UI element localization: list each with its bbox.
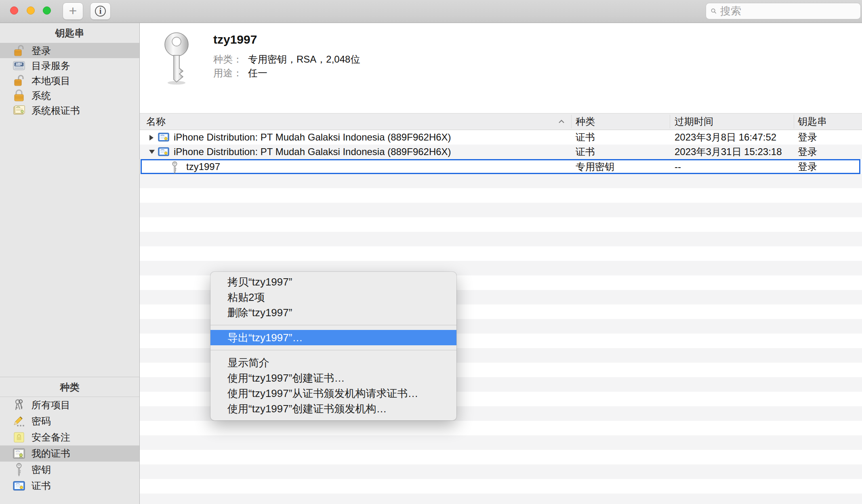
row-name: tzy1997 (186, 160, 220, 173)
content-area: tzy1997 种类： 专用密钥，RSA，2,048位 用途： 任一 名称 种类… (140, 23, 862, 504)
zoom-window-button[interactable] (43, 6, 51, 15)
my-certificate-icon (12, 447, 26, 460)
sidebar-item-label: 系统根证书 (32, 104, 80, 117)
table-row-private-key-selected[interactable]: tzy1997 专用密钥 -- 登录 (141, 159, 860, 174)
sidebar-item-label: 所有项目 (32, 399, 70, 412)
table-row-certificate-1[interactable]: iPhone Distribution: PT Mudah Galaksi In… (140, 130, 862, 145)
directory-services-icon (12, 59, 26, 73)
sidebar-item-label: 目录服务 (32, 59, 70, 72)
lock-open-icon (12, 44, 26, 58)
sidebar-item-directory-services[interactable]: 目录服务 (0, 58, 139, 73)
key-icon (12, 463, 26, 477)
private-key-icon (163, 32, 191, 85)
item-title: tzy1997 (213, 33, 257, 46)
sidebar-item-label: 证书 (32, 479, 51, 492)
certificate-icon (12, 479, 26, 493)
lock-open-icon (12, 74, 26, 88)
sidebar-item-passwords[interactable]: 密码 (0, 413, 139, 429)
table-body: iPhone Distribution: PT Mudah Galaksi In… (140, 130, 862, 504)
sidebar-item-my-certificates[interactable]: 我的证书 (0, 445, 139, 462)
keychains-section-header: 钥匙串 (0, 23, 139, 43)
column-divider (794, 115, 794, 128)
column-header-keychain[interactable]: 钥匙串 (798, 113, 827, 130)
menu-item-paste[interactable]: 粘贴2项 (210, 290, 456, 305)
certificate-icon (158, 146, 170, 157)
item-kind-line: 种类： 专用密钥，RSA，2,048位 (213, 53, 360, 66)
certificate-icon (158, 132, 170, 143)
table-header: 名称 种类 过期时间 钥匙串 (140, 113, 862, 130)
row-kind: 证书 (576, 145, 595, 159)
menu-separator (210, 320, 456, 330)
minimize-window-button[interactable] (27, 6, 35, 15)
context-menu: 拷贝“tzy1997” 粘贴2项 删除“tzy1997” 导出“tzy1997”… (210, 272, 456, 420)
menu-separator (210, 345, 456, 355)
keychain-access-window: + i 钥匙串 登录 (0, 0, 862, 504)
row-kind: 证书 (576, 130, 595, 145)
category-section-header: 种类 (0, 377, 139, 397)
sidebar-item-system-roots[interactable]: 系统根证书 (0, 103, 139, 118)
item-detail-header: tzy1997 种类： 专用密钥，RSA，2,048位 用途： 任一 (140, 23, 862, 113)
sidebar-item-all-items[interactable]: 所有项目 (0, 397, 139, 413)
usage-value: 任一 (248, 67, 267, 80)
root-certificates-icon (12, 104, 26, 118)
sort-ascending-icon (557, 117, 566, 127)
usage-label: 用途： (213, 67, 242, 80)
sidebar-item-secure-notes[interactable]: 安全备注 (0, 429, 139, 445)
sidebar-item-label: 密钥 (32, 463, 51, 476)
table-row-certificate-2[interactable]: iPhone Distribution: PT Mudah Galaksi In… (140, 145, 862, 159)
get-info-button[interactable]: i (90, 2, 111, 20)
pencil-icon (12, 414, 26, 428)
info-icon: i (95, 6, 106, 17)
menu-item-copy[interactable]: 拷贝“tzy1997” (210, 274, 456, 290)
menu-item-export[interactable]: 导出“tzy1997”… (210, 330, 456, 345)
row-name: iPhone Distribution: PT Mudah Galaksi In… (174, 130, 451, 145)
item-usage-line: 用途： 任一 (213, 67, 267, 80)
sidebar-item-certificates[interactable]: 证书 (0, 478, 139, 494)
keys-bundle-icon (12, 398, 26, 412)
plus-icon: + (69, 4, 77, 17)
sidebar-item-label: 密码 (32, 415, 51, 428)
row-expires: -- (675, 160, 681, 173)
sidebar-item-label: 登录 (32, 44, 51, 57)
kind-label: 种类： (213, 53, 242, 66)
row-keychain: 登录 (798, 145, 817, 159)
close-window-button[interactable] (10, 6, 18, 15)
sidebar-item-login-keychain[interactable]: 登录 (0, 43, 139, 58)
row-expires: 2023年3月31日 15:23:18 (675, 145, 782, 159)
menu-item-create-certificate[interactable]: 使用“tzy1997”创建证书… (210, 370, 456, 386)
toolbar: + i (0, 0, 862, 23)
sidebar-item-system-keychain[interactable]: 系统 (0, 88, 139, 103)
row-keychain: 登录 (798, 160, 817, 173)
disclosure-expanded-icon[interactable] (149, 149, 155, 155)
column-header-name[interactable]: 名称 (146, 113, 166, 130)
menu-item-request-certificate[interactable]: 使用“tzy1997”从证书颁发机构请求证书… (210, 386, 456, 401)
column-divider (571, 115, 572, 128)
sidebar-item-label: 我的证书 (32, 447, 70, 460)
key-icon (171, 161, 179, 174)
row-keychain: 登录 (798, 130, 817, 145)
menu-item-create-certificate-authority[interactable]: 使用“tzy1997”创建证书颁发机构… (210, 401, 456, 416)
row-expires: 2023年3月8日 16:47:52 (675, 130, 776, 145)
sidebar: 钥匙串 登录 目录服务 (0, 23, 140, 504)
lock-closed-icon (12, 89, 26, 103)
sidebar-item-keys[interactable]: 密钥 (0, 462, 139, 478)
column-header-kind[interactable]: 种类 (576, 113, 595, 130)
kind-value: 专用密钥，RSA，2,048位 (248, 53, 360, 66)
search-icon (711, 6, 717, 16)
secure-note-icon (12, 430, 26, 444)
search-field[interactable] (706, 3, 861, 19)
column-divider (670, 115, 670, 128)
sidebar-item-label: 本地项目 (32, 74, 70, 87)
row-name: iPhone Distribution: PT Mudah Galaksi In… (174, 145, 451, 159)
menu-item-delete[interactable]: 删除“tzy1997” (210, 305, 456, 320)
sidebar-item-label: 安全备注 (32, 431, 70, 444)
column-header-expires[interactable]: 过期时间 (675, 113, 713, 130)
search-input[interactable] (720, 5, 856, 17)
sidebar-item-label: 系统 (32, 89, 51, 102)
sidebar-item-local-items[interactable]: 本地项目 (0, 73, 139, 88)
add-item-button[interactable]: + (63, 2, 83, 20)
row-kind: 专用密钥 (576, 160, 614, 173)
menu-item-get-info[interactable]: 显示简介 (210, 355, 456, 370)
disclosure-collapsed-icon[interactable] (149, 134, 154, 141)
